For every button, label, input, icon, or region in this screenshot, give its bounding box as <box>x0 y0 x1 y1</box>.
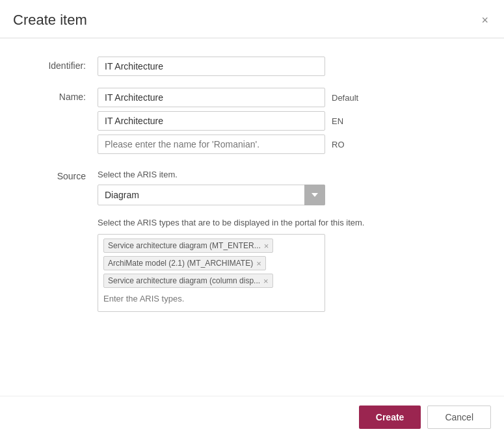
tag-1-remove-button[interactable]: × <box>264 242 269 250</box>
name-ro-input[interactable] <box>98 135 325 154</box>
tag-2: ArchiMate model (2.1) (MT_ARCHIMATE) × <box>103 256 266 270</box>
diagram-select-wrapper: Diagram Object <box>98 185 325 205</box>
name-control-group: Default EN RO <box>98 88 484 158</box>
source-content: Select the ARIS item. Diagram Object Sel… <box>98 170 484 312</box>
create-item-dialog: Create item × Identifier: Name: Default … <box>0 0 504 438</box>
source-section: Source Select the ARIS item. Diagram Obj… <box>20 170 484 312</box>
dialog-title: Create item <box>13 12 87 29</box>
dialog-footer: Create Cancel <box>0 396 504 438</box>
tag-3-label: Service architecture diagram (column dis… <box>108 276 260 285</box>
name-default-row: Default <box>98 88 484 107</box>
tag-3: Service architecture diagram (column dis… <box>103 274 273 288</box>
types-instruction: Select the ARIS types that are to be dis… <box>98 217 410 229</box>
tag-1: Service architecture diagram (MT_ENTER..… <box>103 238 273 253</box>
name-row: Name: Default EN RO <box>20 88 484 158</box>
aris-types-box[interactable]: Service architecture diagram (MT_ENTER..… <box>98 234 325 312</box>
name-ro-lang: RO <box>332 140 358 149</box>
tag-3-remove-button[interactable]: × <box>263 277 269 285</box>
aris-types-input[interactable] <box>103 294 319 303</box>
identifier-label: Identifier: <box>20 57 98 71</box>
identifier-input[interactable] <box>98 57 325 76</box>
name-default-input[interactable] <box>98 88 325 107</box>
diagram-select[interactable]: Diagram Object <box>98 185 325 205</box>
identifier-row: Identifier: <box>20 57 484 76</box>
name-en-lang: EN <box>332 116 358 126</box>
name-en-row: EN <box>98 111 484 131</box>
identifier-control <box>98 57 484 76</box>
name-en-input[interactable] <box>98 111 325 131</box>
create-button[interactable]: Create <box>359 406 421 429</box>
close-button[interactable]: × <box>479 14 491 26</box>
tag-2-label: ArchiMate model (2.1) (MT_ARCHIMATE) <box>108 259 253 268</box>
source-label: Source <box>20 170 98 181</box>
tag-1-label: Service architecture diagram (MT_ENTER..… <box>108 241 261 250</box>
tag-2-remove-button[interactable]: × <box>256 259 261 268</box>
dialog-body: Identifier: Name: Default EN RO <box>0 38 504 325</box>
name-default-lang: Default <box>332 93 358 103</box>
name-ro-row: RO <box>98 135 484 154</box>
cancel-button[interactable]: Cancel <box>427 406 491 429</box>
dialog-header: Create item × <box>0 0 504 38</box>
name-label: Name: <box>20 88 98 102</box>
source-instruction: Select the ARIS item. <box>98 170 484 179</box>
